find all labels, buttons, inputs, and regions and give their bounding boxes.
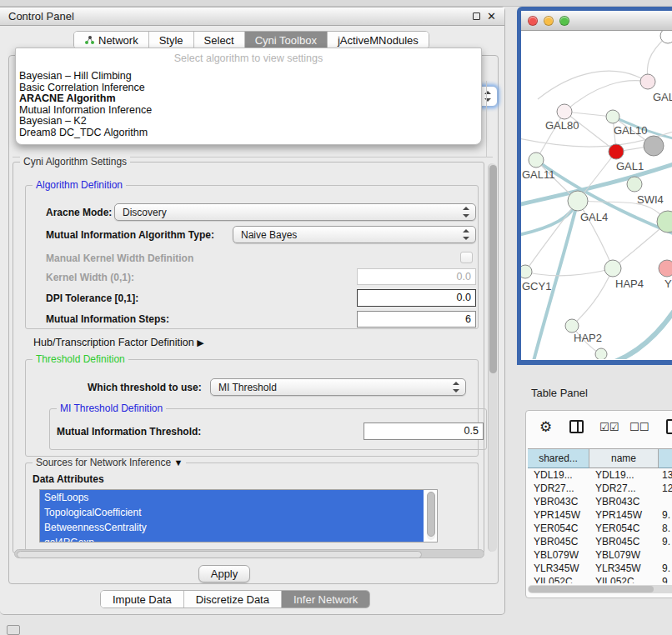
tab[interactable]: Style [149,32,194,48]
settings-group-title: Cyni Algorithm Settings [20,156,130,168]
table-row[interactable]: YIL052C YIL052C 9 [528,575,672,583]
list-item[interactable]: gal4RGexp [40,535,424,542]
mac-close-button[interactable] [528,16,538,26]
dropdown-option[interactable]: Basic Correlation Inference [16,82,481,94]
manual-kernel-checkbox[interactable] [460,252,473,263]
sources-group: Sources for Network Inference ▼ Data Att… [25,462,479,551]
bottom-tab-label: Discretize Data [196,593,269,606]
table-row[interactable]: YLR345W YLR345W 9. [528,562,672,575]
network-node[interactable] [568,191,588,211]
collapsed-arrow-icon[interactable]: ▶ [197,338,203,348]
dropdown-option[interactable]: Bayesian – K2 [16,116,481,128]
control-panel-titlebar: Control Panel ✕ [0,8,504,26]
gear-icon[interactable]: ⚙ [539,418,552,436]
mi-type-combo[interactable]: Naive Bayes [233,226,476,243]
table-row[interactable]: YBL079W YBL079W [528,548,672,562]
table-cell: 8. [659,522,672,535]
which-threshold-label: Which threshold to use: [88,382,202,393]
table-cell: YBR045C [589,535,659,548]
node-label: GAL10 [614,124,647,137]
which-threshold-combo[interactable]: MI Threshold [210,378,466,396]
tab[interactable]: jActiveMNodules [328,32,429,48]
dropdown-option[interactable]: ARACNE Algorithm [16,93,481,105]
kernel-width-field[interactable]: 0.0 [357,268,476,285]
tab[interactable]: Network [74,32,149,48]
collapsed-panel-icon[interactable] [7,625,20,635]
network-node[interactable] [604,260,621,277]
tab[interactable]: Select [194,32,245,48]
columns-icon[interactable] [569,420,584,433]
node-label: HAP2 [574,332,602,344]
float-panel-icon[interactable] [473,12,480,20]
data-attributes-label: Data Attributes [33,473,104,485]
data-attributes-list[interactable]: SelfLoopsTopologicalCoefficientBetweenne… [39,489,438,542]
network-canvas[interactable]: GALGAL80GAL10GAL1GAL11SWI4GAL4GCY1HAP4YH… [521,31,672,359]
table-row[interactable]: YPR145W YPR145W 9. [528,508,672,522]
dropdown-option[interactable]: Mutual Information Inference [16,105,481,117]
list-vertical-scrollbar[interactable] [427,492,435,540]
network-node[interactable] [606,110,619,123]
table-cell: YDR27... [589,482,659,495]
list-item[interactable]: BetweennessCentrality [40,520,424,535]
network-node[interactable] [557,104,572,119]
bottom-tab[interactable]: Discretize Data [184,591,282,608]
node-label: Y [664,278,672,290]
document-icon[interactable] [666,419,672,434]
network-node[interactable] [609,144,624,159]
dropdown-option[interactable]: Bayesian – Hill Climbing [16,71,481,82]
network-node[interactable] [627,177,642,192]
network-node[interactable] [659,260,672,277]
select-all-checkboxes-icon[interactable]: ☑☑ [599,421,619,433]
close-icon[interactable]: ✕ [487,12,496,21]
node-label: GAL4 [580,211,608,223]
list-item[interactable]: SelfLoops [40,490,424,505]
table-cell: YPR145W [589,508,659,522]
bottom-tab[interactable]: Impute Data [101,591,184,608]
network-node[interactable] [529,152,544,168]
table-horizontal-scrollbar[interactable] [528,585,672,593]
network-node[interactable] [595,348,607,359]
column-header[interactable]: shared... [528,448,589,468]
table-cell [659,495,672,508]
bottom-tab[interactable]: Infer Network [282,591,369,608]
table-row[interactable]: YDR27... YDR27... 12 [528,482,672,495]
network-node[interactable] [640,74,655,89]
settings-horizontal-scrollbar[interactable] [14,549,484,558]
dpi-tolerance-field[interactable]: 0.0 [357,289,476,307]
mac-minimize-button[interactable] [544,16,554,26]
table-cell: YLR345W [589,562,659,575]
apply-button[interactable]: Apply [198,565,250,582]
tab[interactable]: Cyni Toolbox [245,32,328,48]
dropdown-option[interactable]: Dream8 DC_TDC Algorithm [16,128,481,139]
table-panel-title: Table Panel [531,387,588,399]
table-cell: YER054C [589,522,659,535]
aracne-mode-combo[interactable]: Discovery [114,203,476,221]
list-item[interactable]: TopologicalCoefficient [40,505,424,520]
bottom-tab-label: Infer Network [293,593,358,606]
network-svg: GALGAL80GAL10GAL1GAL11SWI4GAL4GCY1HAP4YH… [521,31,672,359]
hub-section-label[interactable]: Hub/Transcription Factor Definition ▶ [33,337,204,348]
mi-steps-field[interactable]: 6 [357,311,476,328]
network-edge [564,81,648,112]
network-node[interactable] [521,265,532,278]
table-cell: YPR145W [528,508,589,522]
table-row[interactable]: YBR045C YBR045C 9. [528,535,672,548]
tab-label: jActiveMNodules [338,34,419,47]
table-row[interactable]: YDL19... YDL19... 13 [528,468,672,482]
expanded-arrow-icon[interactable]: ▼ [173,458,183,468]
mi-steps-label: Mutual Information Steps: [46,313,169,325]
deselect-all-checkboxes-icon[interactable]: ☐☐ [629,421,649,433]
network-node[interactable] [565,319,579,332]
column-header[interactable]: name [589,448,659,468]
table-toolbar: ⚙ ☑☑ ☐☐ [526,414,672,439]
table-header: shared... name [528,448,672,468]
table-row[interactable]: YER054C YER054C 8. [528,522,672,535]
settings-vertical-scrollbar[interactable] [488,163,497,552]
table-cell: YBR043C [528,495,589,508]
table-cell: YIL052C [589,575,659,583]
network-node[interactable] [644,136,664,156]
mac-zoom-button[interactable] [559,16,569,26]
mi-threshold-field[interactable]: 0.5 [364,422,484,440]
table-row[interactable]: YBR043C YBR043C [528,495,672,508]
column-header[interactable] [659,448,672,468]
